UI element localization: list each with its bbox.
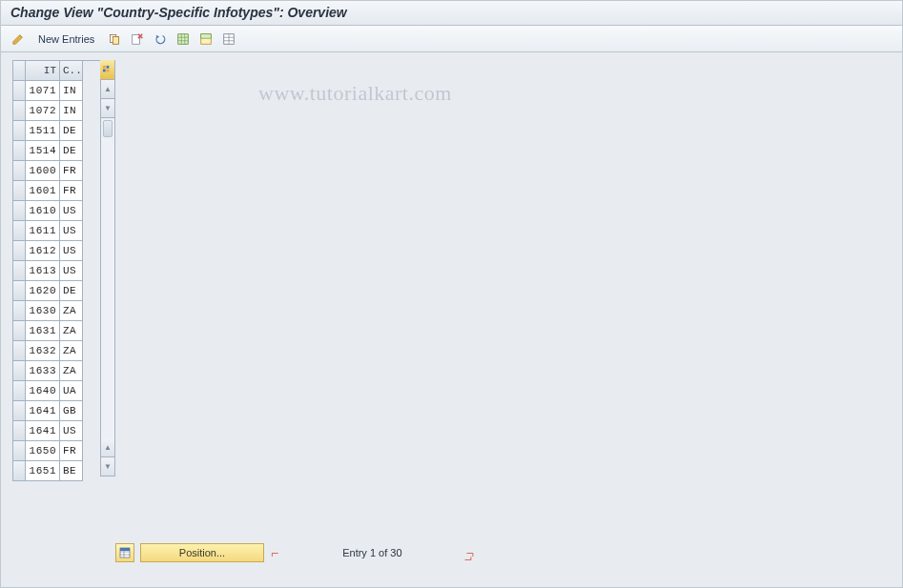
cell-country[interactable]: DE	[60, 141, 83, 161]
row-selector[interactable]	[12, 261, 26, 281]
row-selector[interactable]	[12, 401, 26, 421]
cell-it[interactable]: 1633	[26, 361, 60, 381]
grid-position-icon	[119, 547, 131, 558]
scroll-down-page-button[interactable]: ▼	[100, 457, 115, 476]
svg-rect-7	[103, 65, 106, 68]
bracket-right-bottom-icon: ⌐	[463, 553, 473, 568]
table-config-icon	[102, 65, 113, 75]
new-entries-button[interactable]: New Entries	[31, 30, 101, 49]
cell-it[interactable]: 1611	[26, 221, 60, 241]
cell-it[interactable]: 1612	[26, 241, 60, 261]
copy-as-button[interactable]	[105, 30, 124, 49]
column-header-it[interactable]: IT	[26, 61, 60, 81]
cell-country[interactable]: ZA	[60, 341, 83, 361]
cell-country[interactable]: FR	[60, 161, 83, 181]
cell-country[interactable]: DE	[60, 121, 83, 141]
row-selector[interactable]	[12, 361, 26, 381]
scroll-track[interactable]	[100, 118, 115, 438]
cell-it[interactable]: 1071	[26, 81, 60, 101]
chevron-down-icon: ▼	[104, 104, 112, 112]
cell-it[interactable]: 1632	[26, 341, 60, 361]
toggle-display-change-button[interactable]	[9, 30, 28, 49]
cell-country[interactable]: ZA	[60, 301, 83, 321]
cell-it[interactable]: 1511	[26, 121, 60, 141]
delete-icon	[131, 32, 144, 46]
row-selector[interactable]	[12, 221, 26, 241]
cell-country[interactable]: FR	[60, 181, 83, 201]
table-configurator-button[interactable]	[100, 60, 115, 80]
table-row: 1601 FR	[12, 181, 100, 201]
delete-button[interactable]	[128, 30, 147, 49]
cell-it[interactable]: 1514	[26, 141, 60, 161]
cell-it[interactable]: 1072	[26, 101, 60, 121]
watermark-text: www.tutorialkart.com	[258, 81, 452, 106]
table-row: 1651 BE	[12, 461, 100, 481]
cell-it[interactable]: 1641	[26, 421, 60, 441]
pencil-icon	[11, 32, 25, 46]
row-selector[interactable]	[12, 301, 26, 321]
select-all-button[interactable]	[174, 30, 193, 49]
cell-country[interactable]: US	[60, 261, 83, 281]
select-block-icon	[199, 32, 213, 46]
scroll-thumb[interactable]	[103, 120, 113, 137]
row-selector[interactable]	[12, 161, 26, 181]
table-row: 1600 FR	[12, 161, 100, 181]
cell-country[interactable]: FR	[60, 441, 83, 461]
deselect-all-button[interactable]	[196, 30, 215, 49]
row-selector-column-header[interactable]	[12, 61, 26, 81]
scroll-up-button[interactable]: ▲	[100, 80, 115, 99]
table-row: 1641 GB	[12, 401, 100, 421]
cell-country[interactable]: GB	[60, 401, 83, 421]
cell-it[interactable]: 1620	[26, 281, 60, 301]
row-selector[interactable]	[12, 181, 26, 201]
cell-it[interactable]: 1650	[26, 441, 60, 461]
cell-it[interactable]: 1600	[26, 161, 60, 181]
row-selector[interactable]	[12, 81, 26, 101]
cell-it[interactable]: 1601	[26, 181, 60, 201]
cell-it[interactable]: 1610	[26, 201, 60, 221]
row-selector[interactable]	[12, 101, 26, 121]
position-button[interactable]: Position...	[140, 543, 264, 562]
cell-country[interactable]: UA	[60, 381, 83, 401]
table-settings-button[interactable]	[219, 30, 238, 49]
cell-it[interactable]: 1651	[26, 461, 60, 481]
copy-icon	[108, 32, 121, 46]
cell-country[interactable]: US	[60, 241, 83, 261]
cell-it[interactable]: 1640	[26, 381, 60, 401]
cell-it[interactable]: 1630	[26, 301, 60, 321]
undo-change-button[interactable]	[151, 30, 170, 49]
cell-country[interactable]: IN	[60, 101, 83, 121]
position-icon-button[interactable]	[115, 543, 134, 562]
undo-icon	[154, 32, 167, 46]
table-row: 1620 DE	[12, 281, 100, 301]
row-selector[interactable]	[12, 461, 26, 481]
row-selector[interactable]	[12, 381, 26, 401]
cell-country[interactable]: ZA	[60, 321, 83, 341]
app-toolbar: New Entries	[1, 26, 902, 52]
cell-it[interactable]: 1613	[26, 261, 60, 281]
cell-country[interactable]: ZA	[60, 361, 83, 381]
row-selector[interactable]	[12, 321, 26, 341]
row-selector[interactable]	[12, 201, 26, 221]
cell-it[interactable]: 1641	[26, 401, 60, 421]
cell-country[interactable]: US	[60, 201, 83, 221]
row-selector[interactable]	[12, 141, 26, 161]
cell-it[interactable]: 1631	[26, 321, 60, 341]
row-selector[interactable]	[12, 441, 26, 461]
column-header-country[interactable]: C..	[60, 61, 83, 81]
row-selector[interactable]	[12, 341, 26, 361]
cell-country[interactable]: DE	[60, 281, 83, 301]
row-selector[interactable]	[12, 121, 26, 141]
row-selector[interactable]	[12, 421, 26, 441]
cell-country[interactable]: BE	[60, 461, 83, 481]
row-selector[interactable]	[12, 241, 26, 261]
row-selector[interactable]	[12, 281, 26, 301]
scroll-down-button[interactable]: ▼	[100, 99, 115, 118]
svg-rect-1	[113, 36, 119, 44]
cell-country[interactable]: IN	[60, 81, 83, 101]
scroll-up-page-button[interactable]: ▲	[100, 438, 115, 457]
cell-country[interactable]: US	[60, 221, 83, 241]
cell-country[interactable]: US	[60, 421, 83, 441]
svg-rect-10	[107, 69, 110, 71]
table-row: 1611 US	[12, 221, 100, 241]
